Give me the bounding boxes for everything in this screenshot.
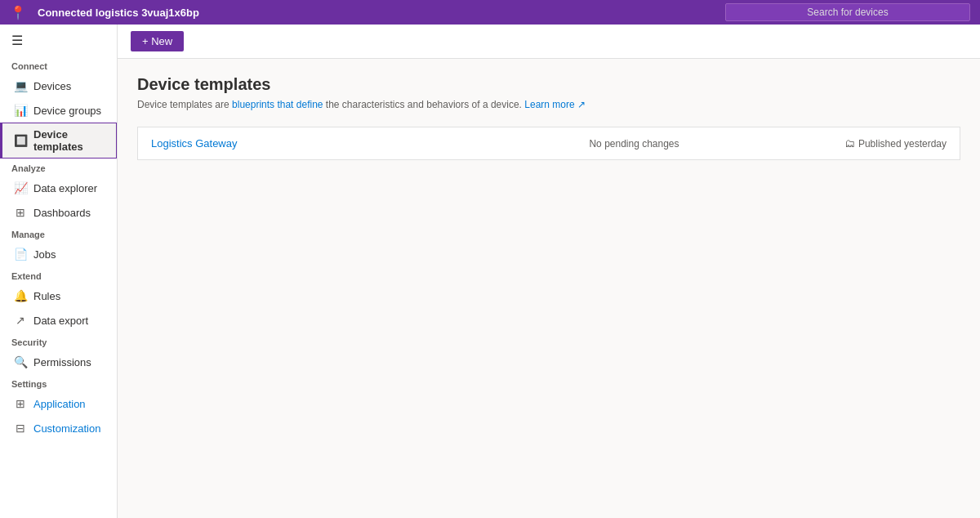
sidebar-item-label-jobs: Jobs xyxy=(33,248,56,261)
main-layout: ☰ Connect💻Devices📊Device groups🔲Device t… xyxy=(0,25,980,518)
page-title: Device templates xyxy=(137,75,960,94)
app-location-icon: 📍 xyxy=(10,5,26,20)
sidebar-item-data-explorer[interactable]: 📈Data explorer xyxy=(0,176,117,200)
published-text: Published yesterday xyxy=(858,138,947,150)
sidebar-item-label-data-export: Data export xyxy=(33,315,88,327)
sidebar-section-extend: Extend xyxy=(0,266,117,284)
device-groups-icon: 📊 xyxy=(14,104,27,117)
data-explorer-icon: 📈 xyxy=(14,181,27,194)
new-button[interactable]: + New xyxy=(131,31,184,51)
search-box[interactable]: Search for devices xyxy=(725,3,970,21)
sidebar-item-label-customization: Customization xyxy=(33,422,100,435)
template-row: Logistics GatewayNo pending changes🗂Publ… xyxy=(138,127,960,159)
jobs-icon: 📄 xyxy=(14,248,27,261)
permissions-icon: 🔍 xyxy=(14,355,27,368)
sidebar-item-label-data-explorer: Data explorer xyxy=(33,182,97,194)
sidebar-item-label-devices: Devices xyxy=(33,80,71,92)
customization-icon: ⊟ xyxy=(14,422,27,435)
template-status: No pending changes xyxy=(475,138,793,150)
application-icon: ⊞ xyxy=(14,397,27,410)
template-list: Logistics GatewayNo pending changes🗂Publ… xyxy=(137,127,960,160)
sidebar-item-label-device-templates: Device templates xyxy=(33,128,105,153)
sidebar-section-manage: Manage xyxy=(0,225,117,242)
main-content: + New Device templates Device templates … xyxy=(118,25,980,518)
sidebar-item-device-groups[interactable]: 📊Device groups xyxy=(0,98,117,123)
sidebar-item-customization[interactable]: ⊟Customization xyxy=(0,416,117,440)
sidebar-section-connect: Connect xyxy=(0,56,117,74)
sidebar-item-rules[interactable]: 🔔Rules xyxy=(0,284,117,308)
published-icon: 🗂 xyxy=(844,137,855,150)
page-description: Device templates are blueprints that def… xyxy=(137,99,960,110)
sidebar-item-jobs[interactable]: 📄Jobs xyxy=(0,242,117,266)
sidebar-item-data-export[interactable]: ↗Data export xyxy=(0,308,117,333)
template-published: 🗂Published yesterday xyxy=(800,137,947,150)
sidebar-section-security: Security xyxy=(0,333,117,350)
dashboards-icon: ⊞ xyxy=(14,206,27,219)
desc-highlight: blueprints that define xyxy=(232,99,323,110)
sidebar: ☰ Connect💻Devices📊Device groups🔲Device t… xyxy=(0,25,118,518)
topbar: 📍 Connected logistics 3vuaj1x6bp Search … xyxy=(0,0,980,25)
sidebar-item-label-device-groups: Device groups xyxy=(33,105,101,117)
content-area: Device templates Device templates are bl… xyxy=(118,59,980,176)
sidebar-item-devices[interactable]: 💻Devices xyxy=(0,74,117,98)
device-templates-icon: 🔲 xyxy=(14,134,27,147)
learn-more-link[interactable]: Learn more ↗ xyxy=(524,99,586,110)
sidebar-item-label-rules: Rules xyxy=(33,290,60,302)
sidebar-item-dashboards[interactable]: ⊞Dashboards xyxy=(0,200,117,225)
devices-icon: 💻 xyxy=(14,79,27,92)
sidebar-section-analyze: Analyze xyxy=(0,159,117,176)
hamburger-menu[interactable]: ☰ xyxy=(0,25,117,56)
toolbar: + New xyxy=(118,25,980,59)
sidebar-item-device-templates[interactable]: 🔲Device templates xyxy=(0,123,117,159)
sidebar-item-permissions[interactable]: 🔍Permissions xyxy=(0,350,117,374)
sidebar-section-settings: Settings xyxy=(0,374,117,391)
template-name[interactable]: Logistics Gateway xyxy=(151,137,469,150)
sidebar-item-label-application: Application xyxy=(33,398,86,410)
sidebar-item-application[interactable]: ⊞Application xyxy=(0,391,117,416)
sidebar-item-label-dashboards: Dashboards xyxy=(33,207,91,219)
rules-icon: 🔔 xyxy=(14,289,27,302)
sidebar-item-label-permissions: Permissions xyxy=(33,356,91,368)
data-export-icon: ↗ xyxy=(14,314,27,327)
app-title: Connected logistics 3vuaj1x6bp xyxy=(38,7,717,19)
